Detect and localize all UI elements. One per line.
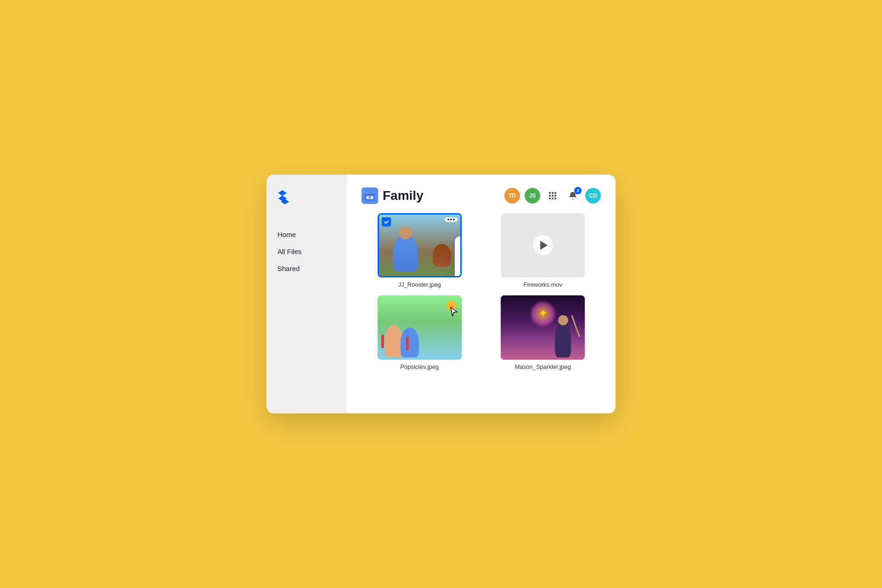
- svg-rect-8: [554, 195, 556, 197]
- main-content: Family TD JS: [347, 175, 616, 413]
- file-thumbnail-jj-rooster: Download ⬇ Star ☆ Send ✈: [378, 213, 462, 277]
- grid-view-button[interactable]: [545, 188, 560, 204]
- svg-rect-11: [554, 198, 556, 199]
- context-menu-send[interactable]: Send ✈: [455, 275, 462, 277]
- file-item-jj-rooster[interactable]: Download ⬇ Star ☆ Send ✈ JJ_Rooster.j: [362, 213, 478, 288]
- file-item-mason-sparkler[interactable]: ✦ Mason_Sparkler.jpeg: [485, 295, 601, 370]
- dropbox-logo-icon[interactable]: [277, 189, 336, 208]
- sidebar: Home All Files Shared: [266, 175, 347, 413]
- notifications-button[interactable]: 3: [565, 188, 581, 204]
- page-title: Family: [383, 188, 424, 203]
- svg-rect-9: [549, 198, 551, 199]
- file-name-jj-rooster: JJ_Rooster.jpeg: [398, 281, 441, 288]
- file-thumbnail-fireworks: [501, 213, 585, 277]
- svg-rect-7: [552, 195, 554, 197]
- file-thumbnail-mason-sparkler: ✦: [501, 295, 585, 360]
- context-menu: Download ⬇ Star ☆ Send ✈: [455, 237, 462, 277]
- sidebar-logo: [277, 189, 336, 208]
- file-item-popsicles[interactable]: 🌼 Popsicles.jpeg: [362, 295, 478, 370]
- avatar-js[interactable]: JS: [525, 188, 540, 204]
- notification-badge: 3: [574, 187, 582, 194]
- header-right: TD JS: [504, 188, 601, 204]
- avatar-cd[interactable]: CD: [585, 188, 601, 204]
- sidebar-navigation: Home All Files Shared: [277, 230, 336, 273]
- file-name-fireworks: Fireworks.mov: [523, 281, 562, 288]
- svg-rect-5: [554, 192, 556, 194]
- header-left: Family: [362, 187, 424, 204]
- file-item-fireworks[interactable]: Fireworks.mov: [485, 213, 601, 288]
- app-window: Home All Files Shared Family: [266, 175, 616, 413]
- file-checkbox-selected[interactable]: [382, 217, 391, 226]
- sidebar-item-shared[interactable]: Shared: [277, 264, 336, 273]
- file-more-button[interactable]: [445, 217, 458, 222]
- sidebar-item-all-files[interactable]: All Files: [277, 247, 336, 256]
- svg-rect-3: [549, 192, 551, 194]
- file-name-popsicles: Popsicles.jpeg: [400, 363, 439, 370]
- sidebar-item-home[interactable]: Home: [277, 230, 336, 239]
- svg-rect-6: [549, 195, 551, 197]
- shared-folder-icon: [362, 187, 378, 204]
- context-menu-download[interactable]: Download ⬇: [455, 239, 462, 257]
- grid-icon: [548, 192, 557, 200]
- video-play-button[interactable]: [533, 235, 553, 255]
- svg-rect-4: [552, 192, 554, 194]
- avatar-td[interactable]: TD: [504, 188, 520, 204]
- file-name-mason-sparkler: Mason_Sparkler.jpeg: [515, 363, 571, 370]
- content-header: Family TD JS: [362, 187, 601, 204]
- file-thumbnail-popsicles: 🌼: [378, 295, 462, 360]
- svg-rect-10: [552, 198, 554, 199]
- context-menu-star[interactable]: Star ☆: [455, 257, 462, 275]
- files-grid: Download ⬇ Star ☆ Send ✈ JJ_Rooster.j: [362, 213, 601, 370]
